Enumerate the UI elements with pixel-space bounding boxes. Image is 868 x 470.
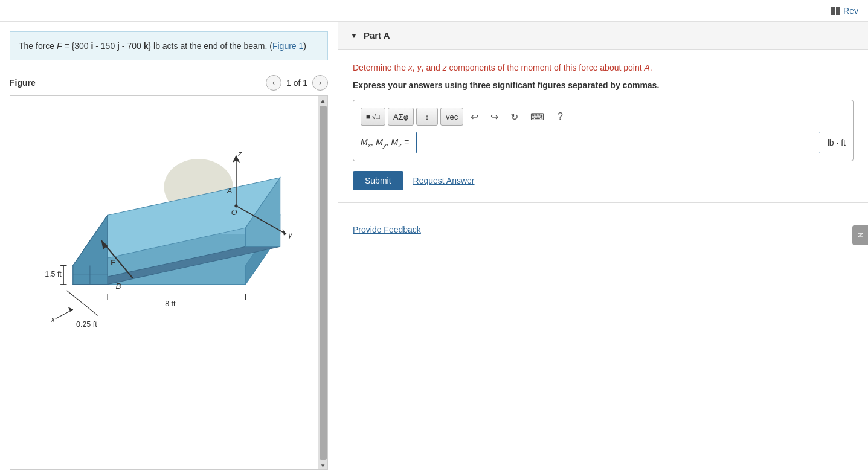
answer-label: Mx, My, Mz = [361,137,409,149]
top-bar: Rev [0,0,868,22]
part-section: ▼ Part A Determine the x, y, and z compo… [338,22,868,203]
provide-feedback-link[interactable]: Provide Feedback [353,225,421,234]
figure-scrollbar[interactable]: ▲ ▼ [318,96,327,469]
toolbar-undo-btn[interactable]: ↩ [466,108,483,126]
svg-text:0.25 ft: 0.25 ft [76,321,97,329]
svg-line-31 [66,291,98,316]
side-tab[interactable]: N [852,225,868,245]
toolbar-vec-btn[interactable]: vec [440,108,463,126]
right-panel: ▼ Part A Determine the x, y, and z compo… [338,22,868,470]
answer-input[interactable] [416,132,820,153]
request-answer-link[interactable]: Request Answer [413,176,475,185]
svg-point-18 [234,205,237,208]
figure-area: Figure ‹ 1 of 1 › [0,70,338,470]
svg-text:F: F [111,259,115,268]
submit-button[interactable]: Submit [353,171,403,190]
rev-icon [831,7,840,15]
problem-statement: The force F = {300 i - 150 j - 700 k} lb… [10,31,328,60]
main-layout: The force F = {300 i - 150 j - 700 k} lb… [0,22,868,470]
svg-text:8 ft: 8 ft [165,300,176,308]
figure-image-container: z y A O F B [10,96,328,470]
figure-header: Figure ‹ 1 of 1 › [10,70,328,96]
toolbar-matrix-btn[interactable]: ■ √□ [361,108,385,126]
toolbar-keyboard-btn[interactable]: ⌨ [526,108,549,126]
svg-text:1.5 ft: 1.5 ft [45,271,62,279]
scroll-down-arrow[interactable]: ▼ [319,461,327,469]
svg-marker-35 [68,307,73,312]
rev-button[interactable]: Rev [831,6,858,16]
problem-text: The force F = {300 i - 150 j - 700 k} lb… [19,41,306,51]
scroll-up-arrow[interactable]: ▲ [319,96,327,105]
math-toolbar: ■ √□ ΑΣφ ↕ vec ↩ ↪ ↻ ⌨ ? [361,108,846,126]
answer-unit: lb · ft [828,138,846,147]
figure-title: Figure [10,78,36,88]
svg-text:y: y [288,231,292,239]
part-collapse-arrow: ▼ [350,31,358,40]
left-panel: The force F = {300 i - 150 j - 700 k} lb… [0,22,338,470]
part-header[interactable]: ▼ Part A [338,22,868,50]
feedback-section: Provide Feedback [338,203,868,244]
svg-text:z: z [237,150,242,158]
part-title: Part A [364,30,390,40]
figure-nav: ‹ 1 of 1 › [266,75,328,91]
part-body: Determine the x, y, and z components of … [338,50,868,202]
answer-row: Mx, My, Mz = lb · ft [361,132,846,153]
question-text: Determine the x, y, and z components of … [353,62,854,74]
svg-text:A: A [226,186,232,195]
svg-text:B: B [116,282,121,291]
rev-label: Rev [843,6,858,16]
figure-count: 1 of 1 [286,78,307,88]
figure-svg: z y A O F B [10,96,318,335]
toolbar-redo-btn[interactable]: ↪ [486,108,503,126]
figure-link[interactable]: Figure 1 [272,41,303,51]
toolbar-sigma-btn[interactable]: ΑΣφ [388,108,414,126]
figure-next-button[interactable]: › [312,75,328,91]
toolbar-refresh-btn[interactable]: ↻ [506,108,523,126]
action-row: Submit Request Answer [353,171,854,190]
figure-prev-button[interactable]: ‹ [266,75,281,91]
answer-box: ■ √□ ΑΣφ ↕ vec ↩ ↪ ↻ ⌨ ? Mx, M [353,100,854,161]
svg-text:O: O [231,209,237,217]
svg-text:x: x [51,315,56,324]
question-instruction: Express your answers using three signifi… [353,80,854,90]
scroll-thumb[interactable] [320,106,327,460]
toolbar-arrows-btn[interactable]: ↕ [416,108,438,126]
toolbar-help-btn[interactable]: ? [551,108,568,126]
